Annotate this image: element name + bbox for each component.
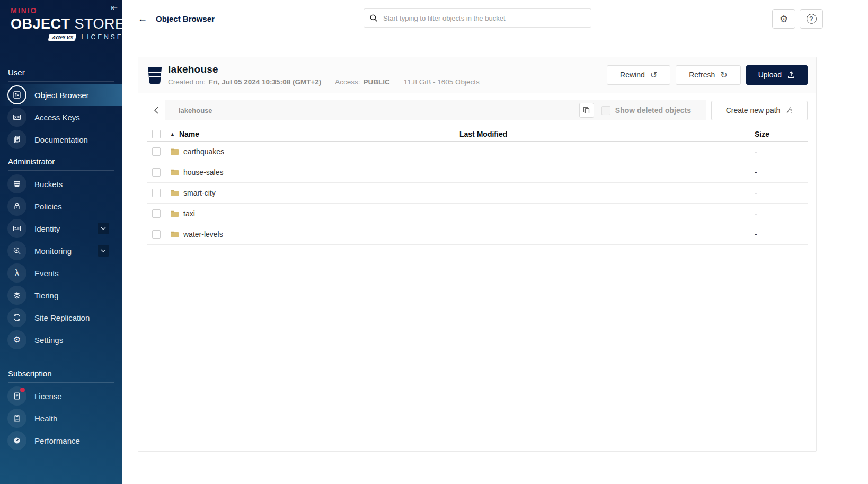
current-path: lakehouse: [179, 107, 579, 115]
sidebar-item-site-replication[interactable]: Site Replication: [0, 306, 122, 329]
sidebar-item-label: Monitoring: [34, 247, 72, 256]
size-cell: -: [748, 209, 808, 218]
table-row-earthquakes[interactable]: earthquakes -: [147, 142, 808, 162]
size-cell: -: [748, 147, 808, 156]
access-label: Access:: [335, 78, 360, 86]
health-icon: [7, 409, 26, 428]
table-row-house-sales[interactable]: house-sales -: [147, 162, 808, 183]
show-deleted-toggle[interactable]: Show deleted objects: [601, 106, 691, 115]
rewind-button-label: Rewind: [620, 71, 645, 79]
chevron-down-icon[interactable]: [98, 245, 109, 257]
sidebar-item-events[interactable]: λ Events: [0, 262, 122, 284]
object-name-cell[interactable]: earthquakes: [170, 147, 459, 156]
upload-button[interactable]: Upload: [746, 65, 808, 85]
sidebar-item-tiering[interactable]: Tiering: [0, 284, 122, 306]
sidebar-item-buckets[interactable]: Buckets: [0, 173, 122, 195]
sidebar-item-documentation[interactable]: Documentation: [0, 128, 122, 151]
sidebar-item-label: Site Replication: [34, 313, 90, 322]
create-new-path-label: Create new path: [726, 106, 781, 115]
folder-icon: [170, 231, 179, 238]
object-name-cell[interactable]: house-sales: [170, 168, 459, 177]
monitoring-icon: [7, 241, 26, 260]
sidebar-item-object-browser[interactable]: Object Browser: [0, 84, 122, 106]
object-name: taxi: [183, 209, 195, 218]
folder-icon: [170, 169, 179, 176]
create-new-path-button[interactable]: Create new path: [711, 101, 808, 120]
documentation-icon: [7, 130, 26, 149]
sidebar-item-license[interactable]: License: [0, 385, 122, 407]
row-checkbox[interactable]: [152, 230, 161, 239]
buckets-icon: [7, 174, 26, 193]
bucket-icon: [147, 66, 163, 85]
license-notification-dot: [20, 388, 25, 392]
sidebar-item-settings[interactable]: ⚙ Settings: [0, 329, 122, 351]
sidebar-item-label: License: [34, 392, 62, 401]
bucket-actions: Rewind ↺ Refresh ↻ Upload: [607, 65, 808, 85]
object-name-cell[interactable]: water-levels: [170, 230, 459, 239]
refresh-button[interactable]: Refresh ↻: [676, 65, 740, 85]
gear-icon: ⚙: [780, 13, 788, 25]
sidebar-collapse-icon[interactable]: ⇤: [111, 3, 118, 13]
copy-path-button[interactable]: [579, 103, 594, 118]
back-arrow-icon[interactable]: ←: [138, 13, 147, 24]
divider: [8, 81, 114, 82]
spacer: [0, 351, 122, 363]
object-name-cell[interactable]: taxi: [170, 209, 459, 218]
lambda-glyph: λ: [15, 269, 19, 277]
sidebar-item-label: Tiering: [34, 291, 58, 300]
sidebar-item-access-keys[interactable]: Access Keys: [0, 106, 122, 128]
sidebar-item-health[interactable]: Health: [0, 407, 122, 429]
row-checkbox[interactable]: [152, 209, 161, 218]
bucket-name: lakehouse: [168, 64, 480, 75]
column-header-name[interactable]: ▲ Name: [170, 130, 459, 138]
row-checkbox[interactable]: [152, 168, 161, 177]
sidebar-nav: User Object Browser: [0, 54, 122, 452]
top-header: ← Object Browser ⚙ ?: [122, 0, 868, 38]
path-back-button[interactable]: [147, 100, 165, 120]
sidebar-item-performance[interactable]: Performance: [0, 429, 122, 452]
table-header-row: ▲ Name Last Modified Size: [147, 127, 808, 142]
search-icon: [369, 14, 378, 22]
show-deleted-label: Show deleted objects: [615, 106, 691, 115]
bucket-titles: lakehouse Created on: Fri, Jul 05 2024 1…: [168, 64, 480, 86]
table-row-water-levels[interactable]: water-levels -: [147, 224, 808, 245]
rewind-button[interactable]: Rewind ↺: [607, 65, 670, 85]
show-deleted-checkbox[interactable]: [601, 106, 610, 115]
events-icon: λ: [7, 263, 26, 283]
sidebar-item-monitoring[interactable]: Monitoring: [0, 240, 122, 262]
select-all-checkbox[interactable]: [152, 130, 161, 138]
search-input[interactable]: [383, 14, 586, 22]
bucket-meta: Created on: Fri, Jul 05 2024 10:35:08 (G…: [168, 78, 480, 86]
size-cell: -: [748, 168, 808, 177]
sidebar-item-label: Buckets: [34, 180, 63, 189]
object-name: house-sales: [183, 168, 224, 177]
object-name-cell[interactable]: smart-city: [170, 189, 459, 197]
logo: MINIO OBJECT STORE AGPLV3 LICENSE: [0, 0, 122, 46]
sidebar-item-policies[interactable]: Policies: [0, 195, 122, 217]
create-path-icon: [785, 107, 793, 114]
row-checkbox[interactable]: [152, 189, 161, 197]
license-label: LICENSE: [81, 33, 123, 41]
table-row-smart-city[interactable]: smart-city -: [147, 183, 808, 204]
bucket-info: lakehouse Created on: Fri, Jul 05 2024 1…: [147, 64, 480, 86]
help-icon: ?: [807, 14, 817, 24]
object-name: smart-city: [183, 189, 216, 197]
row-checkbox[interactable]: [152, 147, 161, 156]
divider: [8, 170, 114, 171]
performance-icon: [7, 431, 26, 450]
copy-icon: [583, 107, 590, 114]
sidebar-item-label: Health: [34, 414, 57, 423]
help-button[interactable]: ?: [800, 9, 823, 29]
sidebar-item-identity[interactable]: Identity: [0, 217, 122, 240]
settings-button[interactable]: ⚙: [772, 9, 795, 29]
table-row-taxi[interactable]: taxi -: [147, 204, 808, 224]
sidebar-item-label: Events: [34, 269, 59, 278]
refresh-icon: ↻: [720, 70, 727, 80]
sidebar-item-label: Access Keys: [34, 113, 80, 122]
refresh-button-label: Refresh: [689, 71, 715, 79]
path-bar: lakehouse Show deleted objects: [165, 100, 706, 120]
main-area: ← Object Browser ⚙ ?: [122, 0, 868, 484]
chevron-down-icon[interactable]: [98, 223, 109, 234]
sidebar-item-label: Object Browser: [34, 91, 89, 100]
created-label: Created on:: [168, 78, 206, 86]
